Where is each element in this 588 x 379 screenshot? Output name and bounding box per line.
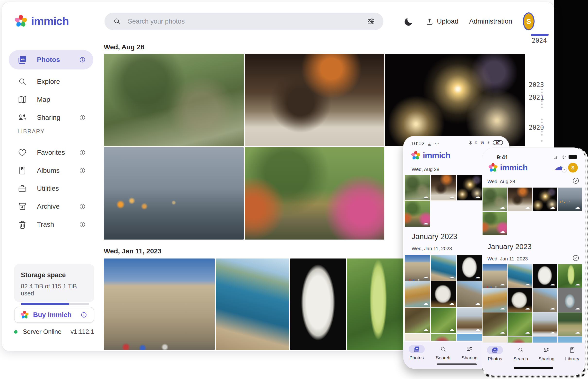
photo-dinner[interactable]: ☁ <box>508 188 532 211</box>
cloud-backup-icon: ☁ <box>449 274 454 280</box>
timeline-year-2023[interactable]: 2023 <box>529 81 544 88</box>
timeline-active-year[interactable]: 2024 <box>532 37 547 44</box>
photo-ruins[interactable]: ☁ <box>457 281 482 307</box>
photo-sculpture[interactable]: ☁ <box>431 281 456 307</box>
photo-castle[interactable]: ☁ <box>483 264 507 288</box>
photo-lizard1[interactable]: ☁ <box>483 313 507 336</box>
nav-sharing[interactable]: Sharing <box>535 346 558 375</box>
dark-mode-moon-icon[interactable] <box>403 16 414 27</box>
photo-pale[interactable] <box>483 336 507 343</box>
sparkle-icon: ✦ <box>557 165 560 168</box>
nav-photos[interactable]: Photos <box>483 346 507 375</box>
photo-bust[interactable]: ☁ <box>457 255 482 281</box>
sidebar-item-favorites[interactable]: Favorites <box>9 143 93 162</box>
info-icon[interactable] <box>78 220 86 229</box>
timeline-tick <box>541 95 542 96</box>
photo-lizard2[interactable]: ☁ <box>508 313 532 336</box>
photo-plant[interactable] <box>347 258 404 350</box>
month-heading: January 2023 <box>487 242 532 251</box>
photo-coast[interactable]: ☁ <box>431 255 456 281</box>
sidebar-item-explore[interactable]: Explore <box>9 72 93 91</box>
photo-bust[interactable] <box>290 258 346 350</box>
cloud-backup-icon: ☁ <box>475 326 480 332</box>
select-all-check-icon[interactable] <box>572 176 580 186</box>
nav-library[interactable]: Library <box>560 346 584 375</box>
photo-sky2[interactable] <box>558 336 582 343</box>
nav-sharing[interactable]: Sharing <box>458 345 481 369</box>
photo-castle[interactable] <box>104 258 215 350</box>
sidebar-item-archive[interactable]: Archive <box>9 197 93 216</box>
server-version: v1.112.1 <box>70 328 94 335</box>
photo-hands[interactable]: ☁ <box>558 188 582 211</box>
photo-flowers[interactable] <box>431 334 456 341</box>
photo-fireworks[interactable]: ☁ <box>533 188 557 211</box>
photo-pale[interactable] <box>405 334 430 341</box>
photo-monkeys[interactable]: ☁ <box>483 188 507 211</box>
nav-search[interactable]: Search <box>431 345 455 369</box>
photo-beach[interactable]: ☁ <box>483 288 507 312</box>
photo-sculpture[interactable]: ☁ <box>508 288 532 312</box>
photo-lizard1[interactable]: ☁ <box>405 308 430 333</box>
home-indicator[interactable] <box>437 363 477 365</box>
photo-monkeys[interactable]: ☁ <box>405 175 430 200</box>
sidebar-item-trash[interactable]: Trash <box>9 215 93 234</box>
photo-fireworks[interactable]: ☁ <box>457 175 482 200</box>
photo-church[interactable]: ☁ <box>533 313 557 336</box>
sidebar-item-albums[interactable]: Albums <box>9 161 93 180</box>
nav-search[interactable]: Search <box>509 346 532 375</box>
photo-flowers[interactable] <box>508 336 532 343</box>
photo-coast[interactable]: ☁ <box>508 264 532 288</box>
buy-immich-button[interactable]: Buy Immich <box>14 307 94 323</box>
info-icon[interactable] <box>78 56 86 64</box>
info-icon[interactable] <box>80 311 88 319</box>
home-indicator[interactable] <box>514 367 553 369</box>
photo-church[interactable]: ☁ <box>457 308 482 333</box>
search-input[interactable] <box>128 18 360 25</box>
cloud-backup-icon: ☁ <box>500 305 505 311</box>
sidebar-item-sharing[interactable]: Sharing <box>9 108 93 127</box>
cloud-backup-icon: ☁ <box>423 326 428 332</box>
cloud-backup-icon: ☁ <box>423 300 428 306</box>
photo-dinner[interactable]: ☁ <box>431 175 456 200</box>
photo-sky1[interactable] <box>457 334 482 341</box>
photo-fireworks[interactable] <box>385 54 525 146</box>
administration-link[interactable]: Administration <box>469 17 512 25</box>
info-icon[interactable] <box>78 148 86 157</box>
app-logo[interactable]: immich <box>15 15 69 28</box>
photo-coast[interactable] <box>216 258 289 350</box>
photo-lizard2[interactable]: ☁ <box>431 308 456 333</box>
sidebar-item-utilities[interactable]: Utilities <box>9 179 93 198</box>
photo-plant[interactable]: ☁ <box>558 264 582 288</box>
search-bar[interactable] <box>104 13 383 30</box>
timeline-scrubber-handle[interactable] <box>531 34 549 36</box>
nav-photos[interactable]: Photos <box>405 345 428 369</box>
photo-farm[interactable]: ☁ <box>558 313 582 336</box>
cloud-backup-icon: ☁ <box>500 228 505 234</box>
cloud-backup-icon: ☁ <box>500 204 505 210</box>
info-icon[interactable] <box>78 202 86 211</box>
photo-bust[interactable]: ☁ <box>533 264 557 288</box>
immich-flower-icon <box>411 151 420 160</box>
photo-ruins[interactable]: ☁ <box>533 288 557 312</box>
photo-sky1[interactable] <box>533 336 557 343</box>
select-all-check-icon[interactable] <box>572 254 580 263</box>
photo-castle[interactable]: ☁ <box>405 255 430 281</box>
info-icon[interactable] <box>78 113 86 122</box>
sidebar-item-map[interactable]: Map <box>9 90 93 109</box>
upload-button[interactable]: Upload <box>425 17 459 26</box>
photo-ornament[interactable]: ☁ <box>558 288 582 312</box>
cloud-sync-icon[interactable]: ☁✦ <box>554 161 565 172</box>
photo-beach[interactable]: ☁ <box>405 281 430 307</box>
user-avatar[interactable]: S <box>523 12 535 30</box>
photo-autumn[interactable] <box>245 147 384 239</box>
sidebar-item-photos[interactable]: Photos <box>9 50 93 69</box>
user-avatar[interactable]: S <box>568 163 578 173</box>
info-icon[interactable] <box>78 166 86 175</box>
photo-autumn[interactable]: ☁ <box>405 201 430 227</box>
photo-autumn[interactable]: ☁ <box>483 212 507 235</box>
photo-empty <box>457 201 482 227</box>
photo-dinner[interactable] <box>245 54 384 146</box>
photo-monkeys[interactable] <box>104 54 244 146</box>
filter-sliders-icon[interactable] <box>366 17 375 26</box>
photo-hands[interactable] <box>104 147 244 239</box>
